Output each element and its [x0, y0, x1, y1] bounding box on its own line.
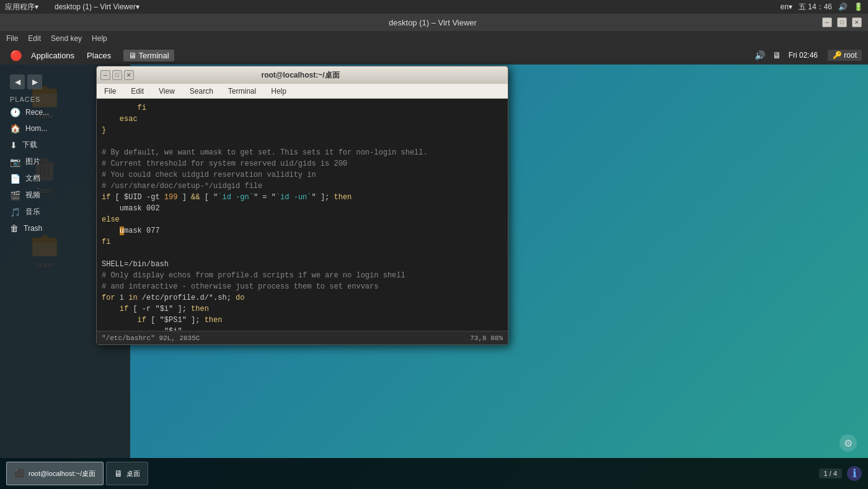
- term-line: }: [102, 125, 503, 136]
- fm-music-icon: 🎵: [10, 207, 20, 217]
- terminal-window-controls[interactable]: ─ □ ✕: [100, 70, 134, 80]
- taskbar-desktop-label: 桌面: [126, 469, 140, 478]
- desktop-taskbar-icon: 🖥: [114, 469, 123, 478]
- terminal-maximize-btn[interactable]: □: [112, 70, 122, 80]
- fm-recent-icon: 🕐: [10, 107, 20, 117]
- term-menu-search[interactable]: Search: [182, 84, 221, 98]
- term-line: . "$i": [102, 326, 503, 331]
- terminal-window-title: root@localhost:~/桌面: [134, 70, 467, 81]
- fm-home-label: Hom...: [25, 124, 47, 133]
- virt-viewer-window: desktop (1) – Virt Viewer ─ □ ✕ File Edi…: [0, 14, 868, 489]
- virt-close-btn[interactable]: ✕: [852, 17, 862, 27]
- virt-menu-sendkey[interactable]: Send key: [51, 34, 82, 43]
- gnome-network-icon[interactable]: 🖥: [773, 50, 781, 60]
- os-time: 五 14：46: [799, 2, 832, 12]
- gnome-desktop: 🔴 Applications Places 🖥 Terminal 🔊 🖥 Fri…: [0, 46, 868, 489]
- virt-menu-edit[interactable]: Edit: [28, 34, 41, 43]
- fm-home-icon: 🏠: [10, 123, 20, 133]
- term-menu-edit[interactable]: Edit: [123, 84, 151, 98]
- virt-menu-file[interactable]: File: [6, 34, 18, 43]
- fm-back-btn[interactable]: ◀: [10, 74, 25, 89]
- taskbar-item-desktop[interactable]: 🖥 桌面: [106, 462, 148, 485]
- gnome-volume-icon[interactable]: 🔊: [755, 50, 765, 60]
- fm-downloads-label: 下载: [22, 140, 37, 150]
- virt-maximize-btn[interactable]: □: [837, 17, 847, 27]
- term-line: if [ $UID -gt 199 ] && [ "`id -gn`" = "`…: [102, 192, 503, 203]
- virt-content: 🔴 Applications Places 🖥 Terminal 🔊 🖥 Fri…: [0, 46, 868, 489]
- os-volume-icon[interactable]: 🔊: [838, 2, 848, 11]
- terminal-statusbar: "/etc/bashrc" 92L, 2835C 73,8 88%: [97, 331, 508, 344]
- terminal-window[interactable]: ─ □ ✕ root@localhost:~/桌面 File Edit View…: [96, 66, 508, 345]
- os-topbar-left: 应用程序▾ desktop (1) – Virt Viewer▾: [5, 2, 140, 12]
- term-line: # Only display echos from profile.d scri…: [102, 270, 503, 281]
- terminal-minimize-btn[interactable]: ─: [100, 70, 110, 80]
- terminal-menubar: File Edit View Search Terminal Help: [97, 84, 508, 99]
- term-line: esac: [102, 114, 503, 125]
- virt-menu-help[interactable]: Help: [92, 34, 107, 43]
- term-line: [102, 248, 503, 259]
- taskbar-item-terminal[interactable]: ⬛ root@localhost:~/桌面: [6, 462, 104, 485]
- term-menu-view[interactable]: View: [151, 84, 182, 98]
- term-line: umask 002: [102, 203, 503, 214]
- fm-documents-icon: 📄: [10, 174, 20, 184]
- term-line: if [ "$PS1" ]; then: [102, 315, 503, 326]
- terminal-status-left: "/etc/bashrc" 92L, 2835C: [102, 334, 200, 342]
- gnome-datetime: Fri 02:46: [789, 51, 818, 60]
- virt-titlebar: desktop (1) – Virt Viewer ─ □ ✕: [0, 14, 868, 31]
- fm-recent-label: Rece...: [25, 108, 49, 117]
- term-menu-terminal[interactable]: Terminal: [221, 84, 264, 98]
- gnome-panel: 🔴 Applications Places 🖥 Terminal 🔊 🖥 Fri…: [0, 46, 868, 65]
- gnome-panel-left: 🔴 Applications Places 🖥 Terminal: [6, 50, 178, 61]
- term-line: if [ -r "$i" ]; then: [102, 303, 503, 315]
- virt-window-controls[interactable]: ─ □ ✕: [822, 17, 862, 27]
- gear-icon[interactable]: ⚙: [839, 434, 857, 452]
- terminal-status-right: 73,8 88%: [470, 334, 503, 342]
- fm-documents-label: 文档: [25, 173, 40, 184]
- term-line: [102, 136, 503, 147]
- term-line: # You could check uidgid reservation val…: [102, 169, 503, 181]
- taskbar-terminal-label: root@localhost:~/桌面: [29, 469, 95, 478]
- term-menu-file[interactable]: File: [97, 84, 123, 98]
- os-topbar: 应用程序▾ desktop (1) – Virt Viewer▾ en▾ 五 1…: [0, 0, 868, 14]
- term-line: fi: [102, 102, 503, 114]
- virt-minimize-btn[interactable]: ─: [822, 17, 832, 27]
- os-topbar-right: en▾ 五 14：46 🔊 🔋: [781, 2, 863, 12]
- taskbar-info-icon[interactable]: ℹ: [847, 466, 862, 481]
- term-line: SHELL=/bin/bash: [102, 259, 503, 270]
- fm-forward-btn[interactable]: ▶: [27, 74, 42, 89]
- virt-window-title: desktop (1) – Virt Viewer: [389, 18, 477, 27]
- fm-trash-icon: 🗑: [10, 223, 19, 233]
- os-app-menu[interactable]: 应用程序▾: [5, 2, 38, 12]
- term-line: for i in /etc/profile.d/*.sh; do: [102, 292, 503, 303]
- gnome-user-label[interactable]: 🔑 root: [828, 50, 862, 61]
- terminal-titlebar: ─ □ ✕ root@localhost:~/桌面: [97, 66, 508, 84]
- gnome-applications-menu[interactable]: Applications: [31, 51, 74, 60]
- fm-pictures-label: 图片: [25, 156, 40, 167]
- gnome-terminal-menu[interactable]: 🖥 Terminal: [123, 50, 174, 61]
- os-window-title[interactable]: desktop (1) – Virt Viewer▾: [55, 2, 140, 11]
- term-line: # Current threshold for system reserved …: [102, 158, 503, 169]
- term-menu-help[interactable]: Help: [264, 84, 294, 98]
- term-line: # By default, we want umask to get set. …: [102, 147, 503, 158]
- terminal-close-btn[interactable]: ✕: [124, 70, 134, 80]
- fm-pictures-icon: 📷: [10, 157, 20, 167]
- os-input-method[interactable]: en▾: [781, 2, 792, 11]
- term-line: # /usr/share/doc/setup-*/uidgid file: [102, 181, 503, 192]
- fm-music-label: 音乐: [25, 207, 40, 217]
- virt-menubar: File Edit Send key Help: [0, 31, 868, 46]
- term-line: fi: [102, 236, 503, 248]
- term-line: umask 077: [102, 225, 503, 236]
- fm-downloads-icon: ⬇: [10, 140, 17, 150]
- term-line: else: [102, 214, 503, 225]
- fm-videos-icon: 🎬: [10, 191, 20, 200]
- taskbar-pager[interactable]: 1 / 4: [819, 469, 842, 478]
- gnome-panel-right: 🔊 🖥 Fri 02:46 🔑 root: [755, 50, 862, 61]
- terminal-body[interactable]: fi esac } # By default, we want umask to…: [97, 99, 508, 331]
- os-battery-icon: 🔋: [854, 2, 863, 11]
- taskbar-items: ⬛ root@localhost:~/桌面 🖥 桌面: [6, 462, 148, 485]
- fm-videos-label: 视频: [25, 190, 40, 200]
- fm-trash-label: Trash: [24, 224, 42, 233]
- gnome-places-menu[interactable]: Places: [87, 51, 111, 60]
- terminal-taskbar-icon: ⬛: [14, 469, 25, 478]
- gnome-logo: 🔴: [10, 50, 22, 61]
